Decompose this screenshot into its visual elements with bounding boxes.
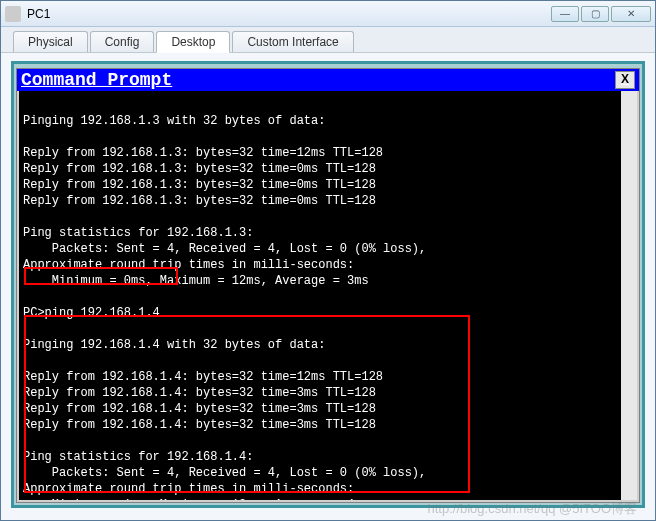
app-window: PC1 — ▢ ✕ Physical Config Desktop Custom… [0, 0, 656, 521]
terminal-line: Reply from 192.168.1.4: bytes=32 time=3m… [23, 418, 376, 432]
window-titlebar: PC1 — ▢ ✕ [1, 1, 655, 27]
terminal-body[interactable]: Pinging 192.168.1.3 with 32 bytes of dat… [17, 91, 639, 502]
maximize-button[interactable]: ▢ [581, 6, 609, 22]
terminal-line: Reply from 192.168.1.4: bytes=32 time=12… [23, 370, 383, 384]
desktop-panel: Command Prompt X Pinging 192.168.1.3 wit… [11, 61, 645, 508]
app-icon [5, 6, 21, 22]
tab-custom-interface[interactable]: Custom Interface [232, 31, 353, 52]
terminal-line: PC>ping 192.168.1.4 [23, 306, 160, 320]
terminal-line: Reply from 192.168.1.4: bytes=32 time=3m… [23, 402, 376, 416]
vertical-scrollbar[interactable] [621, 91, 637, 500]
tab-config[interactable]: Config [90, 31, 155, 52]
content-area: Command Prompt X Pinging 192.168.1.3 wit… [1, 53, 655, 520]
terminal-line: Packets: Sent = 4, Received = 4, Lost = … [23, 242, 426, 256]
terminal-line: Reply from 192.168.1.3: bytes=32 time=0m… [23, 178, 376, 192]
terminal-line: Approximate round trip times in milli-se… [23, 482, 354, 496]
terminal-line: Reply from 192.168.1.4: bytes=32 time=3m… [23, 386, 376, 400]
minimize-button[interactable]: — [551, 6, 579, 22]
terminal-line: Ping statistics for 192.168.1.3: [23, 226, 253, 240]
tab-strip: Physical Config Desktop Custom Interface [1, 27, 655, 53]
terminal-line: Ping statistics for 192.168.1.4: [23, 450, 253, 464]
tab-desktop[interactable]: Desktop [156, 31, 230, 53]
terminal-line: Packets: Sent = 4, Received = 4, Lost = … [23, 466, 426, 480]
terminal-close-button[interactable]: X [615, 71, 635, 89]
terminal-line: Reply from 192.168.1.3: bytes=32 time=0m… [23, 162, 376, 176]
close-window-button[interactable]: ✕ [611, 6, 651, 22]
terminal-line: Approximate round trip times in milli-se… [23, 258, 354, 272]
terminal-line: Minimum = 0ms, Maximum = 12ms, Average =… [23, 274, 369, 288]
terminal-line: Minimum = 1ms, Maximum = 12ms, Average =… [23, 498, 369, 502]
terminal-line: Reply from 192.168.1.3: bytes=32 time=12… [23, 146, 383, 160]
terminal-titlebar: Command Prompt X [17, 69, 639, 91]
tab-physical[interactable]: Physical [13, 31, 88, 52]
terminal-line: Pinging 192.168.1.4 with 32 bytes of dat… [23, 338, 325, 352]
terminal-title: Command Prompt [21, 70, 172, 90]
terminal-line: Reply from 192.168.1.3: bytes=32 time=0m… [23, 194, 376, 208]
command-prompt-window: Command Prompt X Pinging 192.168.1.3 wit… [16, 68, 640, 503]
terminal-line: Pinging 192.168.1.3 with 32 bytes of dat… [23, 114, 325, 128]
window-title: PC1 [27, 7, 50, 21]
